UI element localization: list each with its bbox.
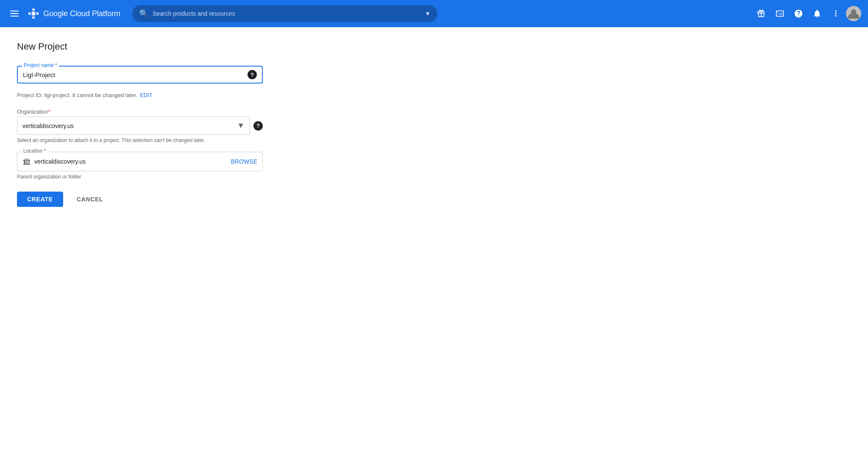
location-input-wrapper[interactable]: Location * verticaldiscovery.us BROWSE <box>17 152 263 171</box>
org-hint: Select an organization to attach it to a… <box>17 137 263 143</box>
user-avatar[interactable] <box>846 6 861 21</box>
org-help-icon[interactable]: ? <box>253 121 263 131</box>
location-hint: Parent organization or folder <box>17 174 263 180</box>
location-field-group: Location * verticaldiscovery.us BROWSE P… <box>17 152 263 180</box>
svg-rect-3 <box>32 12 36 16</box>
console-icon <box>775 9 785 18</box>
bell-icon <box>812 9 822 18</box>
search-bar[interactable]: 🔍 ▼ <box>132 5 437 22</box>
help-icon-button[interactable] <box>790 5 807 22</box>
location-label: Location * <box>22 148 47 154</box>
search-icon: 🔍 <box>139 9 148 18</box>
main-content: New Project Project name * ? Project ID:… <box>0 28 868 220</box>
project-name-label: Project name * <box>22 62 59 68</box>
gift-icon <box>757 9 766 18</box>
app-name: Google Cloud Platform <box>43 9 120 18</box>
new-project-form: Project name * ? Project ID: ligl-projec… <box>17 66 263 207</box>
gift-icon-button[interactable] <box>753 5 770 22</box>
org-section: Organization* verticaldiscovery.us ▼ ? S… <box>17 109 263 143</box>
project-name-field-group: Project name * ? <box>17 66 263 84</box>
more-options-button[interactable] <box>827 5 844 22</box>
org-dropdown[interactable]: verticaldiscovery.us ▼ <box>17 117 250 135</box>
browse-link[interactable]: BROWSE <box>231 158 257 165</box>
project-name-input-wrapper[interactable]: Project name * ? <box>17 66 263 84</box>
app-logo-area: Google Cloud Platform <box>27 7 127 20</box>
project-name-help-icon[interactable]: ? <box>248 70 257 79</box>
nav-right-icons <box>753 5 861 22</box>
form-action-buttons: CREATE CANCEL <box>17 192 263 207</box>
location-org-icon <box>22 157 31 166</box>
project-id-text: Project ID: ligl-project. It cannot be c… <box>17 92 263 98</box>
console-icon-button[interactable] <box>771 5 788 22</box>
location-value: verticaldiscovery.us <box>34 158 226 165</box>
project-id-label: Project ID: ligl-project. It cannot be c… <box>17 92 137 98</box>
search-dropdown-arrow[interactable]: ▼ <box>425 10 431 17</box>
create-button[interactable]: CREATE <box>17 192 63 207</box>
cancel-button[interactable]: CANCEL <box>70 192 110 207</box>
notification-icon-button[interactable] <box>809 5 826 22</box>
gcp-logo-icon <box>27 7 40 20</box>
org-dropdown-arrow-icon[interactable]: ▼ <box>237 121 245 130</box>
top-nav: Google Cloud Platform 🔍 ▼ <box>0 0 868 27</box>
page-title: New Project <box>17 41 851 52</box>
org-label: Organization* <box>17 109 263 115</box>
edit-project-id-link[interactable]: EDIT <box>140 92 153 98</box>
hamburger-menu[interactable] <box>7 7 22 20</box>
avatar-icon <box>846 6 861 21</box>
search-input[interactable] <box>153 10 420 17</box>
help-icon <box>794 9 803 18</box>
org-dropdown-value: verticaldiscovery.us <box>22 123 237 129</box>
project-name-input[interactable] <box>23 71 248 78</box>
more-vertical-icon <box>831 9 840 18</box>
